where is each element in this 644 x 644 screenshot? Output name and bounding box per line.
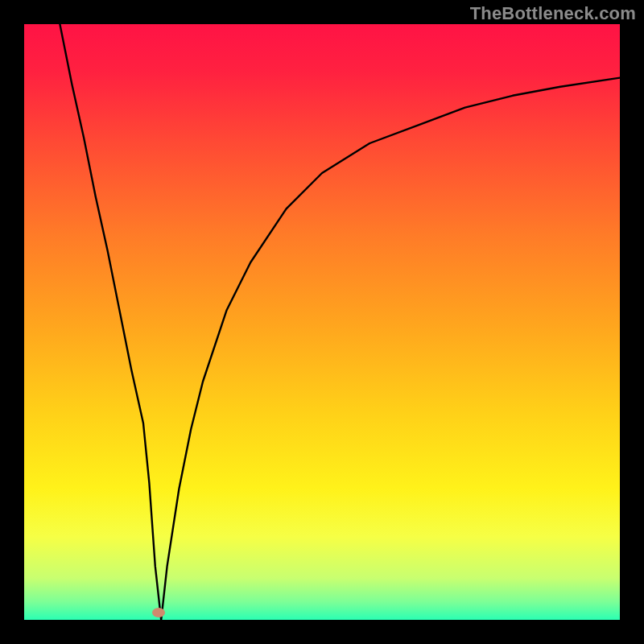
min-marker-dot <box>152 608 165 617</box>
bottleneck-plot <box>24 24 620 620</box>
chart-frame: TheBottleneck.com <box>0 0 644 644</box>
watermark-text: TheBottleneck.com <box>470 3 636 24</box>
